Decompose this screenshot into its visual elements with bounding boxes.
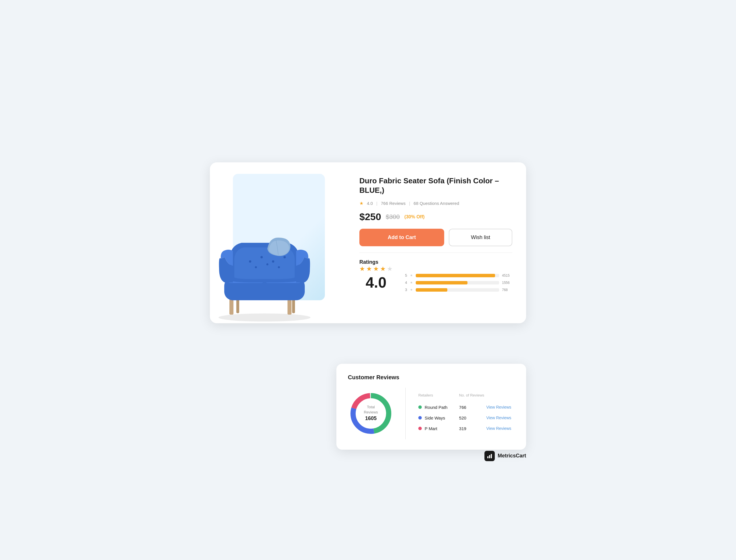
ratings-section: Ratings ★ ★ ★ ★ ★ 4.0 <box>359 259 512 292</box>
bar-star-icon-3: ★ <box>410 288 413 292</box>
retailer-row-2: Side Ways 520 View Reviews <box>417 413 515 423</box>
product-card: Duro Fabric Seater Sofa (Finish Color – … <box>210 162 526 323</box>
product-rating: 4.0 <box>367 201 373 206</box>
retailer-count-2: 520 <box>459 415 487 420</box>
add-to-cart-button[interactable]: Add to Cart <box>359 229 444 246</box>
product-image-area <box>210 162 348 323</box>
reviews-count-text: 766 Reviews <box>381 201 406 206</box>
bar-count-5: 4515 <box>502 274 512 278</box>
retailer-label-1: Round Path <box>425 405 447 410</box>
ratings-left: ★ ★ ★ ★ ★ 4.0 <box>359 265 393 290</box>
svg-point-10 <box>255 266 257 268</box>
brand-footer: MetricsCart <box>485 451 526 461</box>
reviews-card-title: Customer Reviews <box>348 374 515 381</box>
svg-rect-17 <box>487 456 489 458</box>
bar-count-4: 1556 <box>502 281 512 285</box>
retailer-row-3: P Mart 319 View Reviews <box>417 423 515 434</box>
donut-total: 1605 <box>365 415 377 421</box>
bar-label-4: 4 <box>402 280 407 285</box>
col-header-action <box>486 393 514 397</box>
svg-point-12 <box>278 266 280 268</box>
dot-red <box>418 427 422 430</box>
big-rating-number: 4.0 <box>366 275 387 290</box>
retailer-name-2: Side Ways <box>418 415 459 420</box>
col-header-count: No. of Reviews <box>459 393 487 397</box>
retailer-count-3: 319 <box>459 426 487 431</box>
view-reviews-1[interactable]: View Reviews <box>486 405 514 409</box>
bar-row-3: 3 ★ 768 <box>402 288 512 292</box>
star-icon: ★ <box>359 201 363 206</box>
brand-name: MetricsCart <box>498 453 526 459</box>
product-info: Duro Fabric Seater Sofa (Finish Color – … <box>348 162 526 323</box>
wishlist-button[interactable]: Wish list <box>449 229 512 246</box>
donut-chart: Total Reviews 1605 <box>348 390 394 436</box>
bar-row-4: 4 ★ 1556 <box>402 280 512 285</box>
bar-label-3: 3 <box>402 288 407 292</box>
star-3: ★ <box>373 265 379 273</box>
bar-row-5: 5 ★ 4515 <box>402 273 512 278</box>
bar-track-4 <box>416 281 499 284</box>
bar-track-5 <box>416 274 499 277</box>
svg-point-0 <box>218 313 310 322</box>
sofa-image <box>210 174 342 323</box>
ratings-bars: 5 ★ 4515 4 ★ <box>402 265 512 292</box>
price-discount: (30% Off) <box>405 214 425 220</box>
bar-star-icon-5: ★ <box>410 274 413 277</box>
bar-label-5: 5 <box>402 273 407 278</box>
svg-point-8 <box>272 260 274 263</box>
col-header-retailer: Retailers <box>418 393 459 397</box>
retailer-label-2: Side Ways <box>425 415 445 420</box>
product-meta: ★ 4.0 | 766 Reviews | 68 Questions Answe… <box>359 201 512 206</box>
section-divider <box>359 253 512 253</box>
meta-divider-2: | <box>409 201 410 206</box>
product-buttons: Add to Cart Wish list <box>359 229 512 246</box>
ratings-title: Ratings <box>359 259 512 265</box>
ratings-content: ★ ★ ★ ★ ★ 4.0 5 ★ <box>359 265 512 292</box>
price-original: $300 <box>386 213 400 221</box>
star-4: ★ <box>380 265 386 273</box>
price-current: $250 <box>359 211 381 222</box>
product-title: Duro Fabric Seater Sofa (Finish Color – … <box>359 176 512 196</box>
donut-line1: Total <box>367 405 375 409</box>
svg-rect-18 <box>489 455 490 458</box>
svg-point-11 <box>266 263 268 265</box>
svg-rect-19 <box>491 454 492 458</box>
donut-line2: Reviews <box>364 410 378 414</box>
meta-divider-1: | <box>377 201 378 206</box>
table-header: Retailers No. of Reviews <box>417 393 515 397</box>
reviews-table: Retailers No. of Reviews Round Path 766 … <box>417 393 515 434</box>
donut-center: Total Reviews 1605 <box>364 405 378 422</box>
bar-fill-4 <box>416 281 468 284</box>
svg-point-9 <box>283 256 286 258</box>
questions-answered: 68 Questions Answered <box>414 201 459 206</box>
star-5: ★ <box>387 265 393 273</box>
view-reviews-3[interactable]: View Reviews <box>486 426 514 431</box>
stars-display: ★ ★ ★ ★ ★ <box>359 265 393 273</box>
retailer-row-1: Round Path 766 View Reviews <box>417 402 515 413</box>
retailer-count-1: 766 <box>459 405 487 410</box>
bar-star-icon-4: ★ <box>410 281 413 284</box>
retailer-label-3: P Mart <box>425 426 437 431</box>
bar-fill-3 <box>416 288 447 292</box>
bar-fill-5 <box>416 274 495 277</box>
retailer-name-3: P Mart <box>418 426 459 431</box>
star-1: ★ <box>359 265 365 273</box>
bar-track-3 <box>416 288 499 292</box>
view-reviews-2[interactable]: View Reviews <box>486 415 514 420</box>
customer-reviews-card: Customer Reviews Total Reviews 160 <box>336 364 526 450</box>
retailer-name-1: Round Path <box>418 405 459 410</box>
product-price: $250 $300 (30% Off) <box>359 211 512 222</box>
reviews-card-body: Total Reviews 1605 Retailers No. of Revi… <box>348 388 515 439</box>
page-wrapper: Duro Fabric Seater Sofa (Finish Color – … <box>210 162 526 398</box>
star-2: ★ <box>366 265 372 273</box>
dot-blue <box>418 416 422 419</box>
brand-logo-icon <box>485 451 495 461</box>
svg-point-7 <box>260 256 263 258</box>
bar-count-3: 768 <box>502 288 512 292</box>
dot-green <box>418 405 422 409</box>
svg-point-6 <box>249 260 251 263</box>
